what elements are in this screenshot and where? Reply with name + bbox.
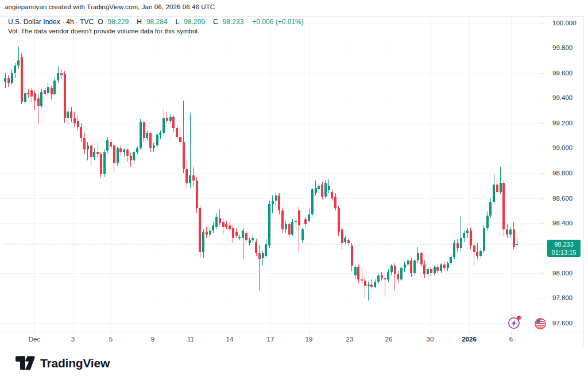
chart-plot-area[interactable] [0, 0, 544, 332]
low-field: L98.209 [176, 18, 209, 26]
candle-body [222, 222, 225, 227]
candle-body [196, 181, 198, 208]
candle-body [331, 192, 333, 198]
candle-wick [18, 47, 19, 69]
gridline-v [191, 16, 191, 332]
candle-body [500, 183, 502, 191]
price-axis-label: 97.600 [552, 319, 572, 327]
time-axis-label: 9 [151, 336, 154, 343]
candle-body [172, 117, 175, 128]
price-axis-label: 99.400 [552, 94, 572, 102]
candle-body [24, 93, 26, 102]
time-axis[interactable]: Dec3591114171923263020266 [0, 332, 544, 347]
candle-body [4, 78, 6, 82]
candle-body [447, 263, 449, 268]
candle-body [453, 243, 455, 257]
tradingview-logo-mark [16, 355, 35, 371]
candle-body [291, 222, 293, 235]
candle-wick [259, 245, 260, 290]
lightning-ideas-icon[interactable] [508, 317, 520, 329]
price-axis-label: 100.000 [552, 19, 577, 27]
gridline-h [0, 298, 544, 298]
candle-body [57, 73, 59, 80]
gridline-h [0, 248, 544, 248]
gridline-v [511, 16, 512, 332]
volume-notice: Vol: The data vendor doesn't provide vol… [8, 28, 308, 34]
candle-body [219, 218, 221, 223]
current-price-line [3, 244, 544, 244]
gridline-h [0, 323, 544, 324]
candle-body [324, 183, 327, 197]
candle-body [235, 232, 238, 236]
candle-body [334, 197, 336, 208]
gridline-h [0, 173, 544, 174]
candle-body [93, 152, 95, 157]
candle-body [229, 225, 231, 229]
candle-body [506, 229, 508, 235]
candle-body [262, 253, 264, 258]
candle-body [11, 73, 13, 83]
gridline-v [153, 16, 153, 332]
candle-body [295, 221, 297, 222]
candle-body [215, 217, 218, 227]
tradingview-logo[interactable]: TradingView [16, 355, 110, 371]
time-axis-label: 23 [346, 336, 354, 343]
gridline-v [270, 16, 271, 332]
candle-body [117, 148, 119, 163]
symbol-legend[interactable]: U.S. Dollar Index · 4h · TVCO98.229H98.2… [8, 18, 308, 34]
candle-body [245, 233, 247, 240]
candle-body [321, 185, 323, 197]
candle-body [400, 268, 403, 279]
price-axis-label: 97.800 [552, 294, 572, 302]
candle-body [77, 121, 79, 127]
bar-countdown-timer: 01:13:15 [547, 248, 581, 256]
candle-wick [477, 243, 478, 259]
candle-body [436, 267, 439, 271]
candle-body [374, 282, 376, 287]
candle-wick [180, 127, 180, 146]
candle-body [140, 122, 142, 148]
candle-body [206, 232, 208, 234]
candle-body [318, 186, 320, 190]
candle-body [90, 145, 92, 157]
gridline-h [0, 48, 544, 48]
price-axis[interactable]: 100.00099.80099.60099.40099.20099.00098.… [544, 16, 583, 332]
gridline-v [430, 16, 431, 332]
candle-body [183, 142, 185, 170]
candle-body [130, 156, 132, 161]
us-flag-icon[interactable] [534, 317, 547, 330]
price-axis-label: 98.000 [552, 269, 572, 277]
candle-body [192, 175, 195, 181]
time-tick [430, 332, 431, 334]
candle-body [51, 88, 53, 94]
candle-wick [365, 277, 365, 298]
gridline-v [73, 16, 74, 332]
candle-body [119, 148, 122, 152]
candle-body [493, 185, 495, 202]
candle-body [153, 145, 155, 148]
candle-body [377, 275, 380, 282]
candle-body [17, 60, 20, 66]
candle-body [87, 145, 89, 149]
candle-body [285, 224, 287, 229]
candle-body [344, 238, 346, 242]
candle-wick [467, 228, 468, 238]
candle-body [189, 175, 191, 183]
candle-body [440, 264, 442, 271]
candle-body [370, 285, 373, 287]
candle-body [169, 117, 172, 121]
candle-body [390, 266, 393, 272]
candle-body [106, 140, 109, 150]
time-axis-label: 19 [305, 336, 313, 343]
time-tick [191, 332, 191, 334]
candle-body [351, 245, 353, 266]
candle-body [123, 149, 125, 152]
time-axis-label: Dec [29, 336, 40, 343]
time-tick [153, 332, 153, 334]
chart-right-border [583, 16, 584, 347]
current-price-label[interactable]: 98.23301:13:15 [547, 240, 581, 257]
candle-body [96, 152, 99, 154]
time-axis-label: 17 [267, 336, 274, 343]
symbol-title[interactable]: U.S. Dollar Index · 4h · TVC [8, 18, 94, 26]
candle-body [14, 66, 16, 73]
